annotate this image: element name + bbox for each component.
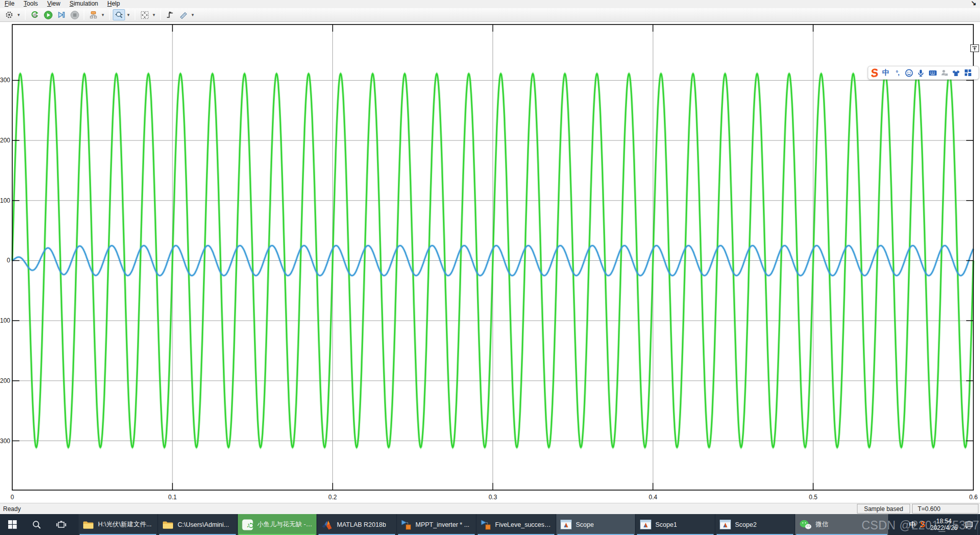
passport-login-icon[interactable]: 28 [940, 68, 949, 77]
menu-file[interactable]: File [0, 0, 19, 8]
trigger-icon[interactable] [164, 9, 176, 20]
menu-simulation[interactable]: Simulation [65, 0, 103, 8]
update-diagram-icon[interactable] [29, 9, 41, 20]
stop-button-icon[interactable] [68, 9, 81, 20]
taskbar-item-matlab[interactable]: MATLAB R2018b [317, 514, 396, 535]
taskbar-item-mppt-inverter[interactable]: MPPT_inverter * ... [397, 514, 476, 535]
settings-gear-icon[interactable] [3, 9, 15, 20]
svg-text:200: 200 [0, 137, 10, 144]
tray-date: 2022/4/26 [930, 525, 958, 531]
fit-to-view-icon[interactable] [138, 9, 151, 20]
action-center-button[interactable] [965, 521, 973, 529]
toolbar-separator [160, 10, 161, 20]
fit-dropdown-icon[interactable]: ▾ [151, 9, 157, 20]
taskbar-item-fivelevel[interactable]: FiveLeve_success... [477, 514, 555, 535]
toolbar-separator [25, 10, 26, 20]
scope-canvas: 00.10.20.30.40.50.63002001000-100-200-30… [0, 22, 980, 503]
windows-logo-icon [8, 520, 17, 529]
menu-view[interactable]: View [42, 0, 65, 8]
status-sim-time: T=0.600 [912, 504, 978, 514]
undock-scope-icon[interactable] [970, 44, 979, 52]
taskbar-item-wechat[interactable]: 微信 [795, 514, 888, 535]
svg-text:0.4: 0.4 [649, 494, 657, 501]
highlight-dropdown-icon[interactable]: ▾ [100, 9, 106, 20]
taskbar-item-scope[interactable]: Scope [556, 514, 635, 535]
emoji-icon[interactable] [905, 68, 914, 77]
highlight-block-icon[interactable] [87, 9, 100, 20]
sogou-input-bar: S 中 °, 28 [868, 66, 979, 80]
folder-icon [162, 520, 174, 529]
settings-dropdown-icon[interactable]: ▾ [16, 9, 21, 20]
scope-window-icon [640, 520, 651, 529]
svg-text:0.6: 0.6 [969, 494, 978, 501]
svg-text:-200: -200 [0, 377, 10, 384]
simulink-model-icon [401, 520, 411, 530]
voice-input-icon[interactable] [917, 68, 925, 77]
search-icon [32, 520, 41, 529]
show-desktop-button[interactable] [977, 514, 980, 535]
zoom-dropdown-icon[interactable]: ▾ [126, 9, 131, 20]
taskbar-item-folder-c[interactable]: C:\Users\Admini... [158, 514, 237, 535]
tray-clock[interactable]: 18:54 2022/4/26 [930, 518, 958, 531]
status-ready-text: Ready [3, 505, 21, 513]
task-view-icon [56, 521, 66, 529]
svg-text:-300: -300 [0, 437, 10, 445]
status-bar: Ready Sample based T=0.600 [0, 503, 980, 514]
toolbar-separator [135, 10, 135, 20]
svg-text:0.2: 0.2 [328, 494, 337, 501]
toolbar-separator [109, 10, 110, 20]
sogou-logo-icon[interactable]: S [870, 67, 879, 79]
search-button[interactable] [24, 514, 49, 535]
step-forward-icon[interactable] [55, 9, 67, 20]
windows-taskbar: H:\光伏\新建文件... C:\Users\Admini... ♪ 小鱼儿与花… [0, 514, 980, 535]
menu-bar: File Tools View Simulation Help [0, 0, 980, 8]
status-sample-based: Sample based [857, 504, 910, 514]
folder-icon [83, 520, 94, 529]
simulink-model-icon [481, 520, 491, 530]
start-button[interactable] [0, 514, 24, 535]
taskbar-item-music-player[interactable]: ♪ 小鱼儿与花无缺 - ... [238, 514, 316, 535]
matlab-logo-icon [322, 520, 333, 530]
svg-text:300: 300 [0, 77, 10, 84]
svg-text:0: 0 [7, 257, 10, 264]
measurements-ruler-icon[interactable] [177, 9, 189, 20]
scope-toolbar: ▾ ▾ ▾ ▾ [0, 8, 980, 22]
wechat-icon [799, 520, 812, 530]
svg-text:28: 28 [945, 73, 947, 76]
task-view-button[interactable] [49, 514, 74, 535]
svg-text:0.1: 0.1 [168, 494, 177, 501]
svg-text:0.5: 0.5 [809, 494, 818, 501]
tray-ime-indicator[interactable]: 中 [909, 520, 916, 529]
taskbar-item-scope2[interactable]: Scope2 [716, 514, 794, 535]
svg-text:0.3: 0.3 [488, 494, 497, 501]
scope-window-icon [560, 520, 572, 529]
zoom-tool-icon[interactable] [113, 9, 125, 20]
svg-text:-100: -100 [0, 317, 10, 324]
svg-text:0: 0 [11, 494, 14, 501]
svg-text:100: 100 [0, 197, 10, 204]
scope-plot-area[interactable]: 00.10.20.30.40.50.63002001000-100-200-30… [0, 22, 980, 503]
skin-shirt-icon[interactable] [952, 68, 961, 77]
ime-chinese-mode-icon[interactable]: 中 [881, 68, 890, 77]
toolbox-grid-icon[interactable] [964, 68, 972, 77]
music-player-icon: ♪ [242, 519, 253, 530]
system-tray: 中 S 18:54 2022/4/26 [909, 514, 980, 535]
taskbar-item-folder-h[interactable]: H:\光伏\新建文件... [79, 514, 157, 535]
menu-tools[interactable]: Tools [19, 0, 42, 8]
taskbar-item-scope1[interactable]: Scope1 [636, 514, 715, 535]
tray-sogou-icon[interactable]: S [920, 520, 925, 529]
scope-window-icon [720, 520, 731, 529]
corner-resize-arrow-icon: ↘ [971, 0, 976, 7]
run-button-icon[interactable] [42, 9, 54, 20]
action-center-icon [965, 521, 973, 529]
measurements-dropdown-icon[interactable]: ▾ [190, 9, 195, 20]
toolbar-separator [84, 10, 84, 20]
soft-keyboard-icon[interactable] [928, 68, 937, 77]
svg-text:♪: ♪ [247, 521, 250, 529]
menu-help[interactable]: Help [103, 0, 125, 8]
tray-time: 18:54 [930, 518, 958, 525]
scope-window: File Tools View Simulation Help ▾ ▾ [0, 0, 980, 535]
ime-punctuation-icon[interactable]: °, [893, 68, 902, 77]
